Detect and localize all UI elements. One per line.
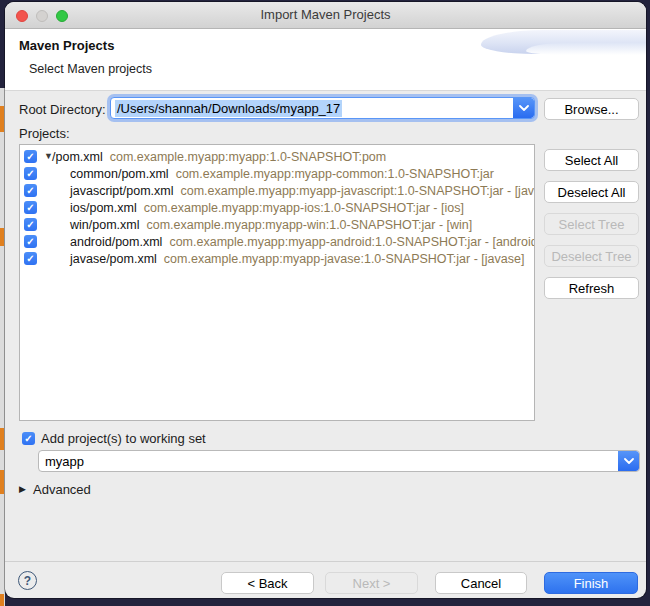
project-name: javase/pom.xmlcom.example.myapp:myapp-ja…: [70, 252, 524, 266]
working-set-combo[interactable]: myapp: [38, 450, 640, 472]
project-name: common/pom.xmlcom.example.myapp:myapp-co…: [70, 167, 494, 181]
page-title: Maven Projects: [19, 38, 114, 53]
project-detail: com.example.myapp:myapp-win:1.0-SNAPSHOT…: [146, 218, 472, 232]
projects-tree[interactable]: ✓ ▼ /pom.xmlcom.example.myapp:myapp:1.0-…: [19, 144, 535, 421]
refresh-button[interactable]: Refresh: [544, 277, 639, 299]
checkbox-checked-icon[interactable]: ✓: [24, 184, 37, 197]
check-mark-icon: ✓: [24, 433, 32, 444]
checkbox-checked-icon[interactable]: ✓: [24, 167, 37, 180]
project-detail: com.example.myapp:myapp:1.0-SNAPSHOT:pom: [110, 150, 387, 164]
project-name: /pom.xmlcom.example.myapp:myapp:1.0-SNAP…: [52, 150, 386, 164]
project-name: javascript/pom.xmlcom.example.myapp:myap…: [70, 184, 535, 198]
project-detail: com.example.myapp:myapp-ios:1.0-SNAPSHOT…: [144, 201, 464, 215]
select-tree-button: Select Tree: [544, 213, 639, 235]
root-directory-combo[interactable]: /Users/shannah/Downloads/myapp_17: [110, 97, 535, 119]
checkbox-checked-icon[interactable]: ✓: [24, 150, 37, 163]
deselect-all-button[interactable]: Deselect All: [544, 181, 639, 203]
projects-label: Projects:: [19, 126, 70, 141]
project-name: android/pom.xmlcom.example.myapp:myapp-a…: [70, 235, 535, 249]
background-text-fragment: [0, 594, 4, 606]
banner-swoosh-decoration: [526, 43, 646, 55]
background-text-fragment: [0, 470, 4, 494]
check-mark-icon: ✓: [26, 237, 34, 247]
working-set-checkbox-label[interactable]: Add project(s) to working set: [41, 431, 206, 446]
background-text-fragment: [0, 228, 4, 246]
checkbox-checked-icon[interactable]: ✓: [24, 252, 37, 265]
project-detail: com.example.myapp:myapp-javase:1.0-SNAPS…: [164, 252, 525, 266]
finish-button[interactable]: Finish: [544, 572, 638, 594]
chevron-down-icon[interactable]: [618, 451, 639, 471]
table-row[interactable]: ✓ ios/pom.xmlcom.example.myapp:myapp-ios…: [20, 199, 534, 216]
checkbox-checked-icon[interactable]: ✓: [24, 235, 37, 248]
table-row[interactable]: ✓ javascript/pom.xmlcom.example.myapp:my…: [20, 182, 534, 199]
next-button: Next >: [325, 572, 418, 594]
footer-divider: [5, 561, 646, 562]
check-mark-icon: ✓: [26, 203, 34, 213]
background-text-fragment: [0, 106, 4, 132]
checkbox-checked-icon[interactable]: ✓: [24, 218, 37, 231]
check-mark-icon: ✓: [26, 186, 34, 196]
checkbox-checked-icon[interactable]: ✓: [24, 201, 37, 214]
chevron-down-icon[interactable]: [513, 98, 534, 118]
table-row[interactable]: ✓ javase/pom.xmlcom.example.myapp:myapp-…: [20, 250, 534, 267]
select-all-button[interactable]: Select All: [544, 149, 639, 171]
project-detail: com.example.myapp:myapp-common:1.0-SNAPS…: [176, 167, 494, 181]
background-text-fragment: [0, 428, 4, 450]
root-directory-label: Root Directory:: [19, 102, 106, 117]
page-subtitle: Select Maven projects: [29, 62, 152, 76]
table-row[interactable]: ✓ android/pom.xmlcom.example.myapp:myapp…: [20, 233, 534, 250]
check-mark-icon: ✓: [26, 254, 34, 264]
table-row[interactable]: ✓ ▼ /pom.xmlcom.example.myapp:myapp:1.0-…: [20, 148, 534, 165]
disclosure-triangle-icon[interactable]: ▶: [19, 484, 26, 494]
advanced-section-label[interactable]: Advanced: [33, 482, 91, 497]
window-title: Import Maven Projects: [5, 7, 646, 22]
deselect-tree-button: Deselect Tree: [544, 245, 639, 267]
check-mark-icon: ✓: [26, 169, 34, 179]
back-button[interactable]: < Back: [221, 572, 314, 594]
working-set-value[interactable]: myapp: [45, 454, 84, 469]
import-maven-projects-dialog: Import Maven Projects Maven Projects Sel…: [5, 2, 646, 598]
title-bar[interactable]: Import Maven Projects: [5, 2, 646, 29]
table-row[interactable]: ✓ common/pom.xmlcom.example.myapp:myapp-…: [20, 165, 534, 182]
working-set-checkbox[interactable]: ✓: [22, 432, 35, 445]
root-directory-value[interactable]: /Users/shannah/Downloads/myapp_17: [115, 100, 342, 117]
cancel-button[interactable]: Cancel: [435, 572, 527, 594]
check-mark-icon: ✓: [26, 152, 34, 162]
project-name: ios/pom.xmlcom.example.myapp:myapp-ios:1…: [70, 201, 464, 215]
project-name: win/pom.xmlcom.example.myapp:myapp-win:1…: [70, 218, 472, 232]
table-row[interactable]: ✓ win/pom.xmlcom.example.myapp:myapp-win…: [20, 216, 534, 233]
browse-button[interactable]: Browse...: [544, 98, 639, 120]
wizard-header: Maven Projects Select Maven projects: [5, 29, 646, 91]
check-mark-icon: ✓: [26, 220, 34, 230]
help-button[interactable]: ?: [18, 571, 37, 590]
project-detail: com.example.myapp:myapp-android:1.0-SNAP…: [169, 235, 535, 249]
project-detail: com.example.myapp:myapp-javascript:1.0-S…: [181, 184, 536, 198]
